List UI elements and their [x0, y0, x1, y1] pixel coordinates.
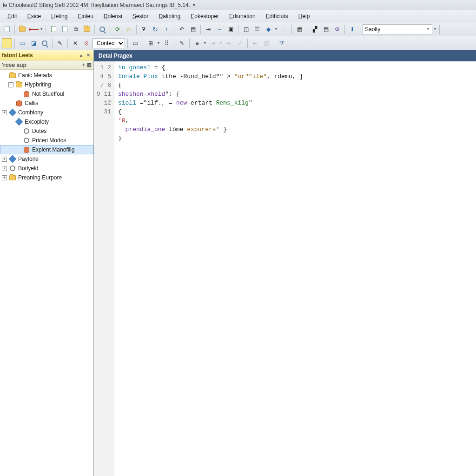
indent-dropdown-icon[interactable]: ▾	[219, 41, 223, 45]
bookmark-dropdown-icon[interactable]: ▾	[274, 27, 278, 31]
context-combo[interactable]: Contect	[93, 38, 125, 48]
chevron-down-icon: ▾	[426, 27, 430, 31]
object-icon[interactable]: ◪	[28, 38, 39, 48]
editor-tab[interactable]: Detal Pragex	[94, 50, 476, 61]
toolbar-primary: ⟵ ▾ ⧉ ⟳ ☆ ⛛ ↻ i ↶ ▤ ⇥ → ▣ ◫ ☰ ◆ ▾ ◌ ▦ ▞ …	[0, 22, 476, 36]
spinner-icon[interactable]: ◌	[279, 24, 289, 34]
wrap-icon[interactable]: ↲	[235, 38, 245, 48]
go-icon[interactable]: →	[214, 24, 225, 34]
code-source[interactable]: in gonesl = { Ionale Plux tthe -Rund_hel…	[114, 61, 476, 476]
menu-dolensi[interactable]: Dolensi	[99, 12, 127, 21]
tree-twisty-icon[interactable]: +	[2, 157, 7, 162]
tree-twisty-icon[interactable]: +	[2, 166, 7, 171]
menu-sestor[interactable]: Sestor	[128, 12, 153, 21]
panel-remove-icon[interactable]: ⊠	[87, 62, 92, 68]
zoom-icon[interactable]	[40, 38, 50, 48]
tree-item[interactable]: Not Stueffoul	[0, 89, 93, 99]
panel-close-icon[interactable]: ✕	[85, 52, 92, 59]
tree-item[interactable]: Callis	[0, 99, 93, 108]
menu-dalipting[interactable]: Dalipting	[154, 12, 185, 21]
new-file-icon[interactable]	[2, 24, 12, 34]
db-icon	[15, 99, 23, 107]
columns-icon[interactable]: ▥	[261, 38, 271, 48]
error-icon[interactable]: ⊘	[81, 38, 92, 48]
class-icon[interactable]: ▭	[17, 38, 27, 48]
panel-title: fatonl Leels	[2, 52, 33, 59]
chart-icon[interactable]: ▞	[310, 24, 320, 34]
title-dropdown-icon[interactable]: ▼	[192, 3, 196, 7]
folder-icon[interactable]	[82, 24, 92, 34]
tree-item[interactable]: Eanic Metads	[0, 71, 93, 80]
favorite-icon[interactable]: ☆	[124, 24, 134, 34]
connect-icon[interactable]: ⚙	[332, 24, 342, 34]
align-icon[interactable]: ≡	[192, 38, 202, 48]
find-icon[interactable]	[97, 24, 107, 34]
panel-add-icon[interactable]: +	[82, 62, 86, 68]
project-tree[interactable]: Eanic Metads-HlypbritingNot StueffoulCal…	[0, 70, 93, 476]
save-icon[interactable]	[48, 24, 59, 34]
tree-item[interactable]: Explent Manofilig	[0, 145, 93, 154]
refresh-icon[interactable]: ↻	[150, 24, 160, 34]
grid-icon[interactable]: ▦	[294, 24, 304, 34]
menu-ediunation[interactable]: Ediunation	[225, 12, 260, 21]
code-editor[interactable]: 1 2 4 5 7 6 9 11 12 31 in gonesl = { Ion…	[94, 61, 476, 476]
config-combo[interactable]: Saolty ▾	[363, 24, 432, 34]
menu-help[interactable]: Help	[294, 12, 315, 21]
config-extra-dropdown-icon[interactable]: ▾	[433, 27, 437, 31]
filter-icon[interactable]: ⧩	[277, 38, 287, 48]
menu-eokestoper[interactable]: Eokestoper	[186, 12, 224, 21]
table-icon[interactable]: ▤	[321, 24, 331, 34]
deploy-icon[interactable]: ⬇	[347, 24, 357, 34]
debug-icon[interactable]: ⛛	[139, 24, 149, 34]
grid2-icon[interactable]: ⠿	[161, 38, 172, 48]
copy-icon[interactable]: ⧉	[71, 24, 81, 34]
box-icon[interactable]: ▭	[130, 38, 140, 48]
gear-icon	[9, 165, 16, 172]
menu-edificluts[interactable]: Edificluts	[261, 12, 293, 21]
edit-icon[interactable]: ✎	[177, 38, 187, 48]
run-icon[interactable]: ⟳	[112, 24, 123, 34]
info-icon[interactable]: i	[161, 24, 172, 34]
step-icon[interactable]: ↦	[224, 38, 234, 48]
window-titlebar: le ChoolesulD Stting Se8 2002 4M] Iheylb…	[0, 0, 476, 10]
redo-icon[interactable]: ▤	[188, 24, 198, 34]
tree-item[interactable]: Excoploty	[0, 117, 93, 126]
back-icon[interactable]: ⟵	[28, 24, 39, 34]
open-icon[interactable]	[17, 24, 27, 34]
menu-lleting[interactable]: Lleting	[46, 12, 72, 21]
tree-item[interactable]: +Preaning Eurpore	[0, 173, 93, 182]
indent-icon[interactable]: ⇥	[208, 38, 218, 48]
panel-collapse-icon[interactable]: ▴	[78, 52, 84, 59]
tree-item[interactable]: Priceri Modos	[0, 136, 93, 145]
align-dropdown-icon[interactable]: ▾	[203, 41, 207, 45]
tree-item[interactable]: +Comblony	[0, 108, 93, 117]
save-all-icon[interactable]	[60, 24, 70, 34]
outdent-icon[interactable]: ⇤	[250, 38, 260, 48]
tree-item[interactable]: +Paytorle	[0, 154, 93, 164]
tree-item[interactable]: +Borlyeld	[0, 164, 93, 173]
menu-eioleu[interactable]: Eioleu	[73, 12, 98, 21]
gear-icon	[23, 137, 30, 144]
menu-edit[interactable]: Edit	[3, 12, 22, 21]
menu-esice[interactable]: Esice	[23, 12, 46, 21]
module-icon[interactable]	[2, 38, 12, 48]
cube-icon	[9, 155, 16, 163]
tree-item[interactable]: -Hlypbriting	[0, 80, 93, 89]
undo-icon[interactable]: ↶	[177, 24, 187, 34]
tree-twisty-icon[interactable]: +	[2, 110, 7, 115]
tree-dropdown-icon[interactable]: ▾	[157, 41, 160, 45]
back-dropdown-icon[interactable]: ▾	[40, 27, 43, 31]
bookmark-icon[interactable]: ◆	[263, 24, 273, 34]
tree-icon[interactable]: ⊞	[145, 38, 156, 48]
tree-twisty-icon[interactable]: +	[2, 175, 7, 180]
tree-twisty-icon[interactable]: -	[8, 82, 13, 87]
layout1-icon[interactable]: ◫	[241, 24, 251, 34]
gear-icon	[23, 127, 30, 135]
tool-icon[interactable]: ✎	[55, 38, 65, 48]
window-icon[interactable]: ▣	[225, 24, 236, 34]
layout2-icon[interactable]: ☰	[252, 24, 262, 34]
tree-item-label: Dotes	[32, 128, 46, 134]
export-icon[interactable]: ⇥	[203, 24, 213, 34]
settings-icon[interactable]: ✕	[70, 38, 80, 48]
tree-item[interactable]: Dotes	[0, 126, 93, 136]
